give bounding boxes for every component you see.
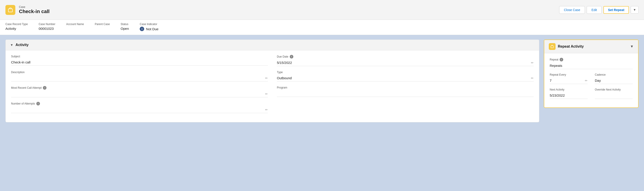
type-label: Type (277, 71, 534, 74)
repeat-every-value: 7 ✏ (550, 77, 588, 84)
activity-panel: ▼ Activity Subject Check-in call Due Dat… (6, 40, 539, 122)
cadence-label: Cadence (595, 73, 633, 76)
edit-button[interactable]: Edit (587, 6, 602, 14)
cadence-value: Day (595, 77, 633, 84)
repeat-every-label: Repeat Every (550, 73, 588, 76)
description-label: Description (11, 71, 268, 74)
recent-program-row: Most Recent Call Attempt i ✏ Program (11, 86, 534, 97)
case-title-group: Case Check-in call (19, 6, 50, 14)
repeat-every-edit-icon[interactable]: ✏ (585, 79, 588, 82)
header-left: Case Check-in call (6, 5, 50, 15)
type-edit-icon[interactable]: ✏ (531, 76, 534, 80)
repeat-activity-panel: Repeat Activity ▼ Repeat i Repeats Repea… (544, 40, 638, 108)
type-value: Outbound ✏ (277, 75, 534, 82)
svg-rect-0 (8, 9, 12, 12)
activity-panel-title: Activity (16, 43, 29, 47)
attempts-row: Number of Attempts i ✏ (11, 102, 534, 113)
repeat-panel-header-left: Repeat Activity (549, 43, 584, 50)
subject-field: Subject Check-in call (11, 55, 268, 66)
program-field: Program (277, 86, 534, 97)
meta-case-number: Case Number 00001023 (38, 22, 55, 31)
most-recent-edit-icon[interactable]: ✏ (265, 92, 268, 96)
record-type-label: Case Record Type (6, 22, 28, 26)
description-edit-icon[interactable]: ✏ (265, 76, 268, 80)
most-recent-field: Most Recent Call Attempt i ✏ (11, 86, 268, 97)
next-activity-value: 5/23/2022 (550, 92, 588, 99)
repeat-value: Repeats (550, 62, 633, 69)
parent-case-value (95, 27, 110, 30)
repeat-panel-body: Repeat i Repeats Repeat Every 7 ✏ (544, 53, 638, 108)
most-recent-value: ✏ (11, 90, 268, 97)
description-type-row: Description ✏ Type Outbound ✏ (11, 71, 534, 82)
meta-record-type: Case Record Type Activity (6, 22, 28, 31)
meta-account-name: Account Name (66, 22, 84, 31)
collapse-icon[interactable]: ▼ (10, 43, 13, 47)
case-indicator-value: Not Due (146, 27, 158, 31)
case-indicator-wrap: i Not Due (140, 27, 158, 31)
status-value: Open (121, 27, 129, 30)
main-content: ▼ Activity Subject Check-in call Due Dat… (0, 35, 644, 127)
type-field: Type Outbound ✏ (277, 71, 534, 82)
due-date-value: 5/15/2022 ✏ (277, 60, 534, 66)
attempts-edit-icon[interactable]: ✏ (265, 108, 268, 112)
activity-panel-body: Subject Check-in call Due Date i 5/15/20… (6, 50, 539, 122)
account-name-label: Account Name (66, 22, 84, 26)
repeat-icon (549, 43, 556, 50)
repeat-label: Repeat i (550, 58, 633, 62)
repeat-panel-header: Repeat Activity ▼ (544, 40, 638, 53)
attempts-label: Number of Attempts i (11, 102, 268, 106)
next-activity-label: Next Activity (550, 88, 588, 91)
chevron-down-icon: ▼ (633, 8, 636, 12)
account-name-value (66, 27, 84, 30)
override-label: Override Next Activity (595, 88, 633, 91)
next-activity-override-row: Next Activity 5/23/2022 Override Next Ac… (550, 88, 633, 99)
case-title: Check-in call (19, 8, 50, 14)
due-date-label: Due Date i (277, 55, 534, 58)
header-dropdown-button[interactable]: ▼ (631, 6, 638, 14)
attempts-field: Number of Attempts i ✏ (11, 102, 268, 113)
repeat-panel-dropdown-icon[interactable]: ▼ (630, 44, 634, 48)
case-icon (6, 5, 15, 15)
case-indicator-label: Case Indicator (140, 22, 158, 26)
due-date-info-icon: i (290, 55, 293, 58)
page-header: Case Check-in call Close Case Edit Set R… (0, 0, 644, 20)
due-date-field: Due Date i 5/15/2022 ✏ (277, 55, 534, 66)
due-date-edit-icon[interactable]: ✏ (531, 61, 534, 64)
attempts-value: ✏ (11, 106, 268, 113)
subject-value: Check-in call (11, 59, 268, 66)
meta-status: Status Open (121, 22, 129, 31)
parent-case-label: Parent Case (95, 22, 110, 26)
repeat-info-icon: i (560, 58, 563, 62)
next-activity-field: Next Activity 5/23/2022 (550, 88, 588, 99)
most-recent-info-icon: i (43, 86, 46, 90)
subject-duedate-row: Subject Check-in call Due Date i 5/15/20… (11, 55, 534, 66)
close-case-button[interactable]: Close Case (559, 6, 585, 14)
activity-panel-header: ▼ Activity (6, 40, 539, 50)
meta-case-indicator: Case Indicator i Not Due (140, 22, 158, 31)
set-repeat-button[interactable]: Set Repeat (604, 6, 629, 14)
subject-label: Subject (11, 55, 268, 58)
repeat-every-cadence-row: Repeat Every 7 ✏ Cadence Day (550, 73, 633, 84)
info-icon: i (140, 27, 144, 31)
repeat-field: Repeat i Repeats (550, 58, 633, 69)
repeat-panel-title: Repeat Activity (558, 44, 584, 48)
main-area: ▼ Activity Subject Check-in call Due Dat… (0, 35, 644, 127)
most-recent-label: Most Recent Call Attempt i (11, 86, 268, 90)
case-number-value: 00001023 (38, 27, 55, 30)
description-field: Description ✏ (11, 71, 268, 82)
repeat-every-field: Repeat Every 7 ✏ (550, 73, 588, 84)
case-label: Case (19, 6, 50, 8)
header-actions: Close Case Edit Set Repeat ▼ (559, 6, 638, 14)
description-value: ✏ (11, 75, 268, 82)
status-label: Status (121, 22, 129, 26)
meta-bar-inner: Case Record Type Activity Case Number 00… (0, 20, 644, 35)
case-number-label: Case Number (38, 22, 55, 26)
cadence-field: Cadence Day (595, 73, 633, 84)
override-value (595, 92, 633, 99)
placeholder-field (277, 102, 534, 113)
svg-rect-1 (551, 46, 554, 48)
meta-parent-case: Parent Case (95, 22, 110, 31)
program-label: Program (277, 86, 534, 89)
meta-bar: Case Record Type Activity Case Number 00… (0, 20, 644, 35)
attempts-info-icon: i (36, 102, 40, 106)
